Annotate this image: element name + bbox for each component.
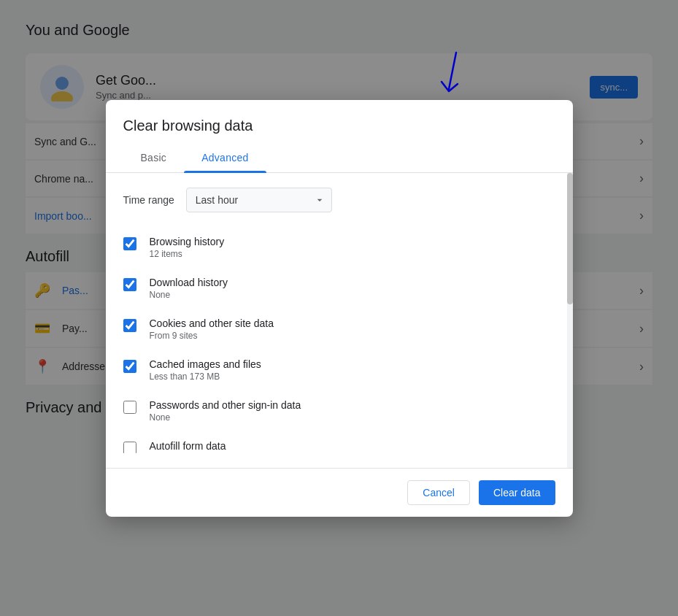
download-history-sublabel: None <box>150 290 228 300</box>
time-range-label: Time range <box>123 194 174 206</box>
cached-checkbox-wrap[interactable] <box>123 360 138 374</box>
tab-advanced[interactable]: Advanced <box>184 143 266 172</box>
arrow-annotation <box>420 49 478 107</box>
download-history-checkbox[interactable] <box>123 278 136 291</box>
cached-sublabel: Less than 173 MB <box>150 371 261 382</box>
browsing-history-checkbox[interactable] <box>123 237 136 250</box>
tab-basic[interactable]: Basic <box>123 143 185 172</box>
cached-text: Cached images and files Less than 173 MB <box>150 358 261 382</box>
scrollbar-track[interactable] <box>567 173 573 468</box>
cached-label: Cached images and files <box>150 358 261 370</box>
passwords-checkbox[interactable] <box>123 401 136 414</box>
dialog-footer: Cancel Clear data <box>106 468 573 517</box>
cookies-checkbox-wrap[interactable] <box>123 319 138 334</box>
cookies-item[interactable]: Cookies and other site data From 9 sites <box>123 309 558 350</box>
cached-item[interactable]: Cached images and files Less than 173 MB <box>123 350 558 390</box>
time-range-select[interactable]: Last hour Last 24 hours Last 7 days Last… <box>186 188 332 212</box>
svg-line-2 <box>449 53 456 89</box>
download-history-checkbox-wrap[interactable] <box>123 278 138 293</box>
passwords-checkbox-wrap[interactable] <box>123 401 138 415</box>
browsing-history-text: Browsing history 12 items <box>150 236 225 259</box>
autofill-label: Autofill form data <box>150 440 226 452</box>
time-range-row: Time range Last hour Last 24 hours Last … <box>123 188 558 212</box>
cookies-checkbox[interactable] <box>123 319 136 332</box>
download-history-item[interactable]: Download history None <box>123 268 558 309</box>
cancel-button[interactable]: Cancel <box>407 480 470 505</box>
clear-data-button[interactable]: Clear data <box>479 480 555 505</box>
dialog-body: Time range Last hour Last 24 hours Last … <box>106 173 573 468</box>
browsing-history-item[interactable]: Browsing history 12 items <box>123 227 558 268</box>
download-history-text: Download history None <box>150 277 228 300</box>
scrollbar-thumb[interactable] <box>567 173 573 304</box>
cached-checkbox[interactable] <box>123 360 136 373</box>
download-history-label: Download history <box>150 277 228 288</box>
passwords-sign-in-text: Passwords and other sign-in data None <box>150 399 301 423</box>
clear-browsing-data-dialog: Clear browsing data Basic Advanced Time … <box>106 100 573 517</box>
browsing-history-label: Browsing history <box>150 236 225 247</box>
cookies-label: Cookies and other site data <box>150 317 274 329</box>
passwords-sign-in-sublabel: None <box>150 412 301 423</box>
autofill-checkbox[interactable] <box>123 442 136 453</box>
cookies-sublabel: From 9 sites <box>150 331 274 341</box>
autofill-text: Autofill form data <box>150 440 226 452</box>
autofill-checkbox-wrap[interactable] <box>123 442 138 453</box>
dialog-tabs: Basic Advanced <box>106 143 573 173</box>
dialog-overlay: Clear browsing data Basic Advanced Time … <box>0 0 678 616</box>
dialog-title: Clear browsing data <box>106 100 573 134</box>
browsing-history-checkbox-wrap[interactable] <box>123 237 138 252</box>
passwords-sign-in-label: Passwords and other sign-in data <box>150 399 301 411</box>
cookies-text: Cookies and other site data From 9 sites <box>150 317 274 341</box>
passwords-item[interactable]: Passwords and other sign-in data None <box>123 390 558 431</box>
autofill-item[interactable]: Autofill form data <box>123 431 558 453</box>
browsing-history-sublabel: 12 items <box>150 249 225 259</box>
